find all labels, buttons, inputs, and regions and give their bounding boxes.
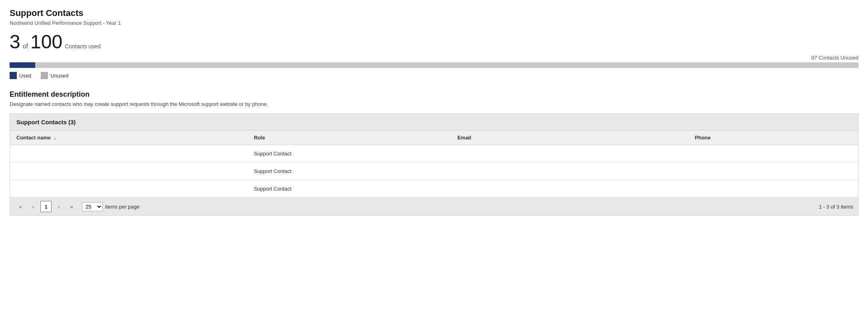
items-per-page-label: items per page: [105, 204, 140, 210]
items-per-page-select[interactable]: 102550100: [82, 202, 103, 211]
table-row: Support Contact: [10, 145, 858, 163]
col-header-phone[interactable]: Phone: [688, 131, 858, 145]
legend-used-color: [10, 72, 17, 79]
pagination-bar: « ‹ 1 › » 102550100 items per page 1 - 3…: [10, 197, 858, 215]
table-row: Support Contact: [10, 180, 858, 198]
pagination-next-button[interactable]: ›: [53, 201, 64, 212]
page-title: Support Contacts: [10, 8, 858, 18]
col-header-email[interactable]: Email: [451, 131, 688, 145]
contacts-total-number: 100: [30, 32, 62, 52]
col-header-role[interactable]: Role: [247, 131, 451, 145]
pagination-prev-button[interactable]: ‹: [28, 201, 39, 212]
pagination-info: 1 - 3 of 3 items: [819, 204, 853, 210]
table-row: Support Contact: [10, 163, 858, 180]
entitlement-section: Entitlement description Designate named …: [10, 90, 858, 107]
cell-role-0: Support Contact: [247, 145, 451, 163]
contacts-used-number: 3: [10, 32, 20, 52]
pagination-first-button[interactable]: «: [15, 201, 26, 212]
cell-role-1: Support Contact: [247, 163, 451, 180]
pagination-last-button[interactable]: »: [66, 201, 77, 212]
cell-contact-name-0: [10, 145, 247, 163]
cell-contact-name-1: [10, 163, 247, 180]
contacts-count-display: 3 of 100 Contacts used: [10, 32, 858, 52]
contacts-of-label: of: [23, 43, 28, 50]
entitlement-title: Entitlement description: [10, 90, 858, 99]
cell-email-0: [451, 145, 688, 163]
pagination-page-1-button[interactable]: 1: [40, 201, 52, 212]
contacts-unused-label: 97 Contacts Unused: [10, 55, 858, 61]
page-subtitle: Northwind Unified Performance Support - …: [10, 20, 858, 26]
entitlement-description: Designate named contacts who may create …: [10, 101, 858, 107]
legend-unused-item: Unused: [41, 72, 68, 79]
support-contacts-table: Support Contacts (3) Contact name ↓ Role…: [10, 113, 858, 216]
legend: Used Unused: [10, 72, 858, 79]
cell-contact-name-2: [10, 180, 247, 198]
contacts-used-label: Contacts used: [65, 43, 101, 50]
col-header-contact-name[interactable]: Contact name ↓: [10, 131, 247, 145]
legend-used-label: Used: [19, 73, 31, 79]
cell-email-2: [451, 180, 688, 198]
progress-bar-container: [10, 62, 858, 68]
progress-bar-fill: [10, 62, 35, 68]
table-header-row: Contact name ↓ Role Email Phone: [10, 131, 858, 145]
cell-phone-0: [688, 145, 858, 163]
sort-icon-contact: ↓: [54, 135, 56, 140]
legend-used-item: Used: [10, 72, 31, 79]
items-per-page-control: 102550100 items per page: [82, 202, 140, 211]
cell-role-2: Support Contact: [247, 180, 451, 198]
cell-phone-2: [688, 180, 858, 198]
legend-unused-label: Unused: [50, 73, 68, 79]
table-section-header: Support Contacts (3): [10, 114, 858, 130]
cell-email-1: [451, 163, 688, 180]
legend-unused-color: [41, 72, 48, 79]
cell-phone-1: [688, 163, 858, 180]
